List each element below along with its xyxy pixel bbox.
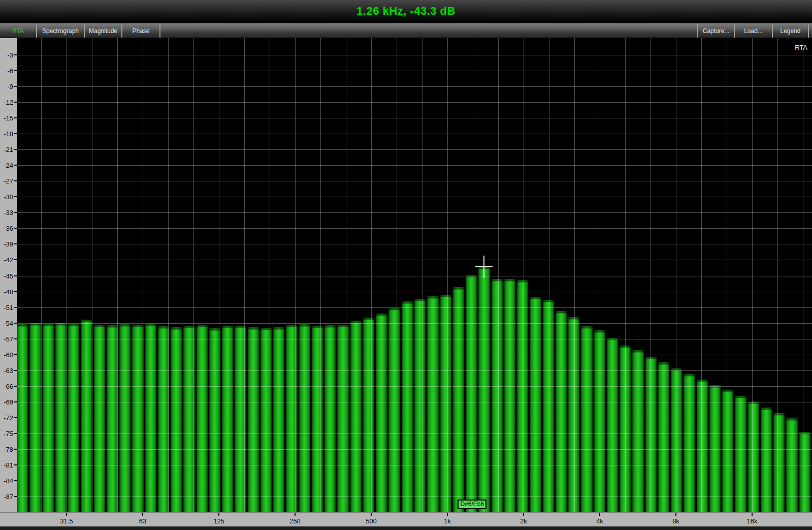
h-gridline: [17, 212, 812, 213]
y-axis-label: -30: [0, 194, 13, 200]
h-gridline: [17, 86, 812, 87]
tab-magnitude[interactable]: Magnitude: [85, 24, 122, 38]
y-axis-label: -36: [0, 225, 13, 232]
x-axis-label: 16k: [747, 517, 758, 525]
y-axis-label: -84: [0, 478, 13, 484]
v-gridline: [524, 38, 524, 512]
spectrum-bar: [427, 296, 438, 512]
h-gridline: [17, 118, 812, 118]
x-axis-tick: [675, 513, 676, 516]
h-gridline: [17, 307, 812, 308]
spectrum-bar: [453, 287, 464, 512]
title-bar: 1.26 kHz, -43.3 dB: [0, 0, 812, 24]
v-gridline: [447, 38, 448, 512]
y-axis-label: -87: [0, 493, 13, 500]
tab-bar: RTA Spectrograph Magnitude Phase Capture…: [0, 23, 812, 38]
spectrum-bar: [556, 311, 567, 512]
x-axis-tick: [218, 513, 219, 516]
spectrum-bar: [709, 385, 721, 512]
y-axis-label: -15: [0, 115, 13, 121]
capture-button[interactable]: Capture...: [697, 24, 735, 38]
spectrum-bar: [440, 295, 451, 512]
y-axis-label: -54: [0, 320, 13, 327]
load-button[interactable]: Load...: [735, 24, 773, 38]
legend-button[interactable]: Legend: [773, 24, 809, 38]
x-axis-label: 1k: [444, 517, 451, 525]
y-axis-label: -51: [0, 304, 13, 311]
v-gridline: [193, 38, 194, 512]
spectrum-bar: [312, 326, 323, 512]
h-gridline: [17, 481, 812, 481]
h-gridline: [17, 165, 812, 166]
spectrum-bar: [17, 324, 28, 512]
spectrum-bar: [324, 325, 336, 512]
v-gridline: [803, 38, 803, 512]
v-gridline: [371, 38, 372, 512]
spectrum-bar: [363, 318, 374, 512]
spectrum-bar: [197, 325, 208, 512]
x-axis-label: 31.5: [60, 517, 73, 525]
spectrum-bar: [286, 325, 297, 512]
tab-phase[interactable]: Phase: [122, 24, 160, 38]
spectrum-bar: [81, 320, 92, 512]
x-axis-tick: [752, 513, 753, 516]
y-axis-label: -72: [0, 415, 13, 421]
spectrum-bar: [466, 275, 477, 512]
v-gridline: [752, 38, 753, 512]
v-gridline: [473, 38, 473, 512]
x-axis-tick: [66, 513, 67, 516]
spectrum-bar: [773, 413, 785, 513]
bottom-strip: [0, 526, 812, 530]
v-gridline: [168, 38, 169, 512]
spectrum-bar: [530, 297, 541, 512]
y-axis-label: -33: [0, 209, 13, 216]
plot-corner-label: RTA: [795, 44, 807, 51]
spectrum-bar: [658, 362, 669, 512]
v-gridline: [346, 38, 346, 512]
x-axis-label: 8k: [672, 517, 679, 525]
spectrum-bar: [376, 314, 387, 512]
h-gridline: [17, 55, 812, 55]
tab-rta[interactable]: RTA: [0, 24, 37, 38]
rta-analyzer-window: 1.26 kHz, -43.3 dB RTA Spectrograph Magn…: [0, 0, 812, 530]
h-gridline: [17, 102, 812, 103]
v-gridline: [422, 38, 423, 512]
h-gridline: [17, 433, 812, 434]
y-axis-label: -81: [0, 462, 13, 469]
h-gridline: [17, 418, 812, 418]
v-gridline: [651, 38, 651, 512]
cursor-readout: 1.26 kHz, -43.3 dB: [0, 5, 812, 18]
h-gridline: [17, 71, 812, 71]
spectrum-bar: [684, 374, 695, 512]
spectrum-bar: [799, 432, 810, 512]
x-axis-label: 500: [366, 517, 377, 525]
y-axis-label: -42: [0, 257, 13, 263]
tab-magnitude-label: Magnitude: [89, 27, 117, 35]
spectrum-bar: [299, 324, 310, 512]
spectrum-bar: [478, 267, 490, 512]
spectrum-bar: [632, 350, 643, 512]
y-axis-label: -21: [0, 146, 13, 153]
y-axis-label: -45: [0, 273, 13, 279]
y-axis-label: -69: [0, 399, 13, 406]
y-axis-label: -66: [0, 383, 13, 390]
v-gridline: [498, 38, 499, 512]
tab-spectrograph-label: Spectrograph: [42, 27, 79, 35]
v-gridline: [143, 38, 143, 512]
spectrum-bar: [735, 396, 746, 512]
spectrum-plot-area[interactable]: RTA D#6/Eb6: [17, 38, 812, 512]
h-gridline: [17, 244, 812, 244]
h-gridline: [17, 181, 812, 181]
y-axis-gutter: -3-6-9-12-15-18-21-24-27-30-33-36-39-42-…: [0, 38, 17, 526]
spectrum-bar: [119, 324, 131, 512]
x-axis-tick: [599, 513, 600, 516]
peak-cursor-vertical-line: [483, 256, 484, 278]
v-gridline: [777, 38, 778, 512]
v-gridline: [270, 38, 270, 512]
v-gridline: [320, 38, 321, 512]
spectrum-bar: [107, 325, 118, 512]
y-axis-label: -18: [0, 131, 13, 137]
y-axis-label: -3: [0, 52, 13, 58]
tab-spectrograph[interactable]: Spectrograph: [37, 24, 85, 38]
capture-button-label: Capture...: [703, 27, 730, 35]
